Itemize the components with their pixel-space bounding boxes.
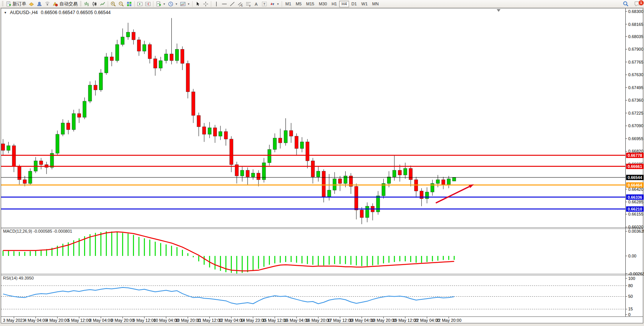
new-order-button[interactable]: 新订单 [5, 0, 27, 7]
text-label-icon: T [261, 1, 267, 7]
svg-text:4 May 20:00: 4 May 20:00 [46, 318, 69, 323]
templates-button[interactable]: ▼ [179, 0, 191, 7]
notification-badge: 1 [639, 0, 644, 5]
signals-button[interactable] [43, 0, 51, 7]
community-icon [37, 1, 42, 7]
svg-text:0.67765: 0.67765 [628, 60, 644, 64]
periods-button[interactable]: ▼ [167, 0, 179, 7]
chart-symbol-period: AUDUSD-,H4 [10, 10, 38, 15]
fibonacci-icon: F [245, 1, 251, 7]
new-order-icon [6, 1, 11, 7]
chart-menu-icon[interactable]: ▼ [4, 11, 7, 14]
community-button[interactable] [35, 0, 43, 7]
auto-scroll-button[interactable] [136, 0, 144, 7]
svg-text:0.66544: 0.66544 [628, 175, 642, 180]
crosshair-icon [203, 1, 209, 7]
search-button[interactable] [622, 0, 630, 7]
timeframe-h1[interactable]: H1 [329, 1, 339, 7]
svg-text:50: 50 [628, 294, 633, 299]
chart-shift-button[interactable] [144, 0, 152, 7]
svg-text:E: E [241, 4, 243, 7]
fibonacci-button[interactable]: F [244, 0, 252, 7]
arrows-button[interactable]: ▼ [268, 0, 281, 7]
bar-chart-button[interactable] [83, 0, 91, 7]
cursor-icon [195, 1, 201, 7]
svg-text:0.67900: 0.67900 [628, 47, 644, 51]
chart-canvas[interactable]: 0.683000.681650.680350.679000.677650.676… [0, 0, 644, 326]
timeframe-h4[interactable]: H4 [339, 1, 349, 7]
svg-text:5 May 12:00: 5 May 12:00 [68, 318, 91, 323]
svg-text:0.66955: 0.66955 [628, 136, 644, 141]
svg-text:4 May 04:00: 4 May 04:00 [24, 318, 47, 323]
timeframe-m30[interactable]: M30 [317, 1, 329, 7]
equidistant-channel-icon: E [238, 1, 243, 7]
tile-windows-button[interactable] [125, 0, 133, 7]
metaeditor-button[interactable] [27, 0, 35, 7]
line-chart-icon [100, 1, 105, 7]
svg-text:0: 0 [628, 312, 631, 317]
svg-text:100: 100 [628, 276, 635, 281]
candlestick-chart-button[interactable] [91, 0, 99, 7]
line-chart-button[interactable] [99, 0, 107, 7]
zoom-out-button[interactable] [117, 0, 125, 7]
autotrading-button[interactable]: 自动交易 [51, 0, 79, 7]
timeframe-mn[interactable]: MN [370, 1, 381, 7]
horizontal-line-button[interactable] [220, 0, 228, 7]
toolbar: 新订单 自动交易 ▼ ▼ [0, 0, 644, 8]
template-icon [180, 1, 186, 7]
equidistant-channel-button[interactable]: E [236, 0, 244, 7]
svg-text:0.67360: 0.67360 [628, 98, 644, 102]
metaeditor-icon [29, 1, 34, 7]
timeframe-w1[interactable]: W1 [359, 1, 370, 7]
svg-text:T: T [263, 2, 266, 6]
trendline-button[interactable] [228, 0, 236, 7]
svg-text:0.66020: 0.66020 [628, 225, 644, 229]
timeframe-m15[interactable]: M15 [304, 1, 316, 7]
macd-indicator-label: MACD(12,26,9) -0.000585 -0.000801 [3, 229, 72, 233]
svg-text:0.67630: 0.67630 [628, 72, 644, 77]
indicators-icon [156, 1, 161, 7]
toolbar-grip[interactable] [80, 1, 81, 6]
auto-scroll-icon [137, 1, 143, 7]
clock-icon [168, 1, 174, 7]
cursor-button[interactable] [194, 0, 202, 7]
timeframe-m5[interactable]: M5 [293, 1, 304, 7]
timeframe-d1[interactable]: D1 [349, 1, 359, 7]
mt4-window: { "toolbar": { "new_order_label": "新订单",… [0, 0, 644, 326]
text-button[interactable]: A [252, 0, 260, 7]
svg-text:0.003635: 0.003635 [628, 229, 644, 233]
svg-text:0.68300: 0.68300 [628, 9, 644, 14]
svg-text:8 May 20:00: 8 May 20:00 [111, 318, 134, 323]
chevron-down-icon: ▼ [187, 3, 190, 5]
autotrading-icon [53, 1, 58, 7]
svg-text:F: F [249, 4, 251, 6]
svg-text:A: A [255, 2, 258, 6]
svg-text:0.00: 0.00 [628, 254, 636, 258]
svg-text:0.68165: 0.68165 [628, 22, 644, 27]
toolbar-grip[interactable] [2, 1, 3, 6]
signals-icon [45, 1, 50, 7]
chart-window-border [1, 8, 643, 323]
rsi-indicator-label: RSI(14) 49.3950 [3, 276, 34, 280]
search-icon [623, 1, 629, 7]
chart-ohlc-values: 0.66506 0.66547 0.66505 0.66544 [41, 10, 111, 15]
chart-title: ▼ AUDUSD-,H4 0.66506 0.66547 0.66505 0.6… [4, 10, 111, 15]
chevron-down-icon: ▼ [277, 3, 279, 5]
trendline-icon [230, 1, 235, 7]
svg-text:0.67225: 0.67225 [628, 111, 644, 115]
vertical-line-button[interactable] [212, 0, 220, 7]
text-label-button[interactable]: T [260, 0, 268, 7]
new-order-label: 新订单 [13, 1, 26, 7]
svg-text:8 May 04:00: 8 May 04:00 [89, 318, 113, 323]
zoom-in-icon [110, 1, 116, 7]
svg-text:15: 15 [628, 307, 633, 311]
indicators-button[interactable]: ▼ [155, 0, 167, 7]
crosshair-button[interactable] [202, 0, 210, 7]
zoom-in-button[interactable] [109, 0, 117, 7]
zoom-out-icon [118, 1, 124, 7]
svg-text:0.66661: 0.66661 [628, 164, 642, 169]
notifications-button[interactable]: 1 [633, 0, 642, 7]
chevron-down-icon: ▼ [175, 3, 178, 5]
svg-text:0.66778: 0.66778 [628, 153, 642, 158]
timeframe-m1[interactable]: M1 [283, 1, 293, 7]
